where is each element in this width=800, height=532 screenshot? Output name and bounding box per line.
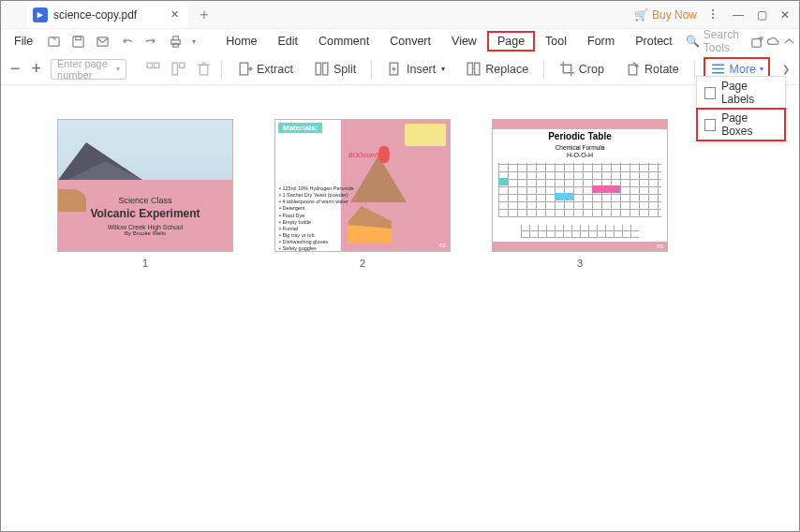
svg-rect-15 (322, 63, 327, 75)
svg-rect-2 (75, 36, 81, 39)
menu-edit[interactable]: Edit (269, 32, 308, 51)
crop-button[interactable]: Crop (554, 57, 610, 81)
share-icon[interactable] (750, 34, 764, 49)
replace-button[interactable]: Replace (460, 57, 534, 81)
cart-icon: 🛒 (634, 8, 648, 22)
menu-page[interactable]: Page (488, 32, 534, 51)
more-icon (710, 61, 726, 77)
buy-now-link[interactable]: 🛒 Buy Now (634, 8, 697, 22)
menu-form[interactable]: Form (578, 32, 624, 51)
page-number-1: 1 (142, 258, 148, 269)
collapse-icon[interactable] (782, 34, 796, 49)
list-view-icon[interactable] (170, 61, 186, 77)
svg-rect-9 (155, 63, 159, 67)
close-button[interactable]: ✕ (780, 8, 790, 22)
page-thumbnail-1[interactable]: Science Class Volcanic Experiment Willow… (57, 119, 233, 252)
file-menu[interactable]: File (8, 32, 38, 51)
delete-page-icon[interactable] (196, 61, 212, 77)
app-menu-icon[interactable]: ⠇ (710, 7, 719, 22)
svg-rect-13 (240, 63, 248, 75)
menu-tool[interactable]: Tool (536, 32, 576, 51)
tab-title: science-copy.pdf (53, 8, 137, 22)
new-tab-button[interactable]: + (200, 7, 208, 23)
page-thumbnail-2[interactable]: Materials: BOOoom! • 125ml 10% Hydrogen … (274, 119, 451, 252)
print-chevron-icon[interactable]: ▾ (186, 34, 201, 49)
svg-rect-6 (172, 43, 178, 47)
svg-rect-5 (172, 36, 178, 39)
chevron-down-icon: ▾ (116, 65, 120, 73)
mail-icon[interactable] (95, 34, 110, 49)
open-icon[interactable] (46, 34, 61, 49)
page-number-2: 2 (360, 258, 365, 269)
menu-view[interactable]: View (442, 32, 486, 51)
svg-rect-12 (200, 65, 208, 75)
pdf-icon: ▸ (33, 7, 48, 22)
save-icon[interactable] (70, 34, 85, 49)
page-labels-icon (704, 87, 716, 99)
svg-rect-8 (147, 63, 152, 67)
svg-rect-1 (73, 36, 83, 46)
search-tools[interactable]: 🔍 Search Tools (686, 28, 739, 54)
svg-rect-17 (467, 63, 472, 75)
svg-rect-10 (172, 63, 177, 75)
page-number-input[interactable]: Enter page number ▾ (51, 59, 126, 80)
scroll-right-icon[interactable]: ❯ (782, 64, 790, 74)
insert-button[interactable]: Insert▾ (381, 57, 451, 81)
page-thumbnail-3[interactable]: Periodic Table Chemical Formula H-O-O-H … (492, 119, 668, 252)
extract-button[interactable]: Extract (231, 57, 299, 81)
menu-protect[interactable]: Protect (626, 32, 682, 51)
maximize-button[interactable]: ▢ (757, 8, 767, 22)
tab-close-icon[interactable]: ✕ (170, 8, 179, 21)
zoom-out-button[interactable]: − (10, 59, 21, 79)
thumbnail-view-icon[interactable] (145, 61, 161, 77)
chevron-down-icon: ▾ (760, 65, 763, 73)
svg-rect-7 (752, 38, 761, 46)
page-boxes-icon (704, 119, 716, 131)
undo-icon[interactable] (119, 34, 134, 49)
zoom-in-button[interactable]: + (32, 59, 42, 79)
rotate-button[interactable]: Rotate (619, 57, 685, 81)
more-dropdown: Page Labels Page Boxes (696, 76, 786, 141)
page-labels-item[interactable]: Page Labels (697, 77, 785, 109)
svg-rect-14 (316, 63, 320, 75)
svg-rect-3 (97, 37, 108, 45)
document-tab[interactable]: ▸ science-copy.pdf ✕ (27, 2, 188, 28)
menu-comment[interactable]: Comment (309, 32, 378, 51)
split-button[interactable]: Split (308, 57, 362, 81)
svg-rect-11 (180, 63, 185, 67)
cloud-icon[interactable] (766, 34, 780, 49)
redo-icon[interactable] (143, 34, 158, 49)
page-boxes-item[interactable]: Page Boxes (697, 109, 785, 140)
menu-home[interactable]: Home (216, 32, 266, 51)
menu-convert[interactable]: Convert (380, 32, 440, 51)
minimize-button[interactable]: — (733, 8, 744, 22)
search-icon: 🔍 (686, 35, 700, 48)
page-number-3: 3 (577, 258, 583, 269)
svg-rect-18 (475, 63, 480, 75)
chevron-down-icon: ▾ (441, 65, 445, 73)
print-icon[interactable] (168, 34, 183, 49)
